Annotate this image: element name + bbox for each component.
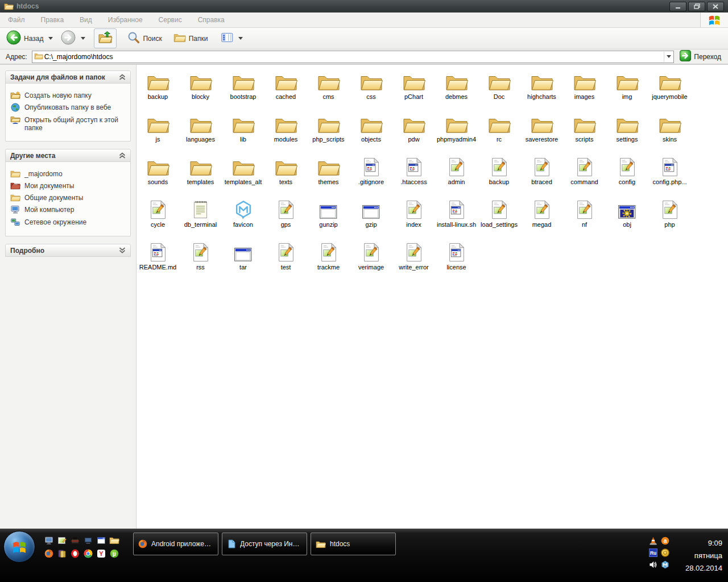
- file-item[interactable]: highcharts: [520, 66, 563, 109]
- file-item[interactable]: debmes: [435, 66, 478, 109]
- file-item[interactable]: rss: [179, 237, 222, 280]
- panel-header[interactable]: Задачи для файлов и папок: [6, 71, 130, 84]
- file-item[interactable]: verimage: [350, 237, 392, 280]
- file-item[interactable]: bootstrap: [222, 66, 264, 109]
- go-button[interactable]: Переход: [674, 50, 726, 63]
- ql-remote-desktop-icon[interactable]: [81, 534, 94, 547]
- file-item[interactable]: obj: [606, 194, 648, 237]
- file-item[interactable]: modules: [264, 109, 307, 152]
- file-item[interactable]: admin: [435, 152, 478, 194]
- close-button[interactable]: [707, 2, 724, 11]
- sidebar-item[interactable]: Открыть общий доступ к этой папке: [10, 116, 126, 132]
- file-item[interactable]: Doc: [478, 66, 520, 109]
- tray-gold-icon[interactable]: [659, 547, 671, 559]
- file-item[interactable]: php_scripts: [307, 109, 350, 152]
- file-item[interactable]: backup: [478, 152, 520, 194]
- file-item[interactable]: db_terminal: [179, 194, 222, 237]
- file-item[interactable]: saverestore: [520, 109, 563, 152]
- chevron-up-icon[interactable]: [119, 73, 126, 81]
- file-item[interactable]: css: [350, 66, 392, 109]
- file-item[interactable]: gps: [264, 194, 307, 237]
- file-item[interactable]: trackme: [307, 237, 350, 280]
- file-item[interactable]: blocky: [179, 66, 222, 109]
- panel-header[interactable]: Другие места: [6, 149, 130, 162]
- search-button[interactable]: Поиск: [125, 30, 164, 47]
- ql-window-icon[interactable]: [94, 534, 107, 547]
- ql-briefcase-icon[interactable]: [68, 534, 81, 547]
- file-item[interactable]: settings: [606, 109, 648, 152]
- start-button[interactable]: [3, 531, 35, 563]
- file-item[interactable]: megad: [520, 194, 563, 237]
- sidebar-item[interactable]: Сетевое окружение: [10, 218, 126, 227]
- file-item[interactable]: config: [606, 152, 648, 194]
- chevron-up-icon[interactable]: [119, 152, 126, 159]
- tray-majordomo-icon[interactable]: [659, 559, 671, 571]
- address-field[interactable]: [32, 51, 675, 63]
- up-button[interactable]: [94, 28, 117, 48]
- file-item[interactable]: sounds: [136, 152, 179, 194]
- file-item[interactable]: texts: [264, 152, 307, 194]
- file-item[interactable]: gunzip: [307, 194, 350, 237]
- file-item[interactable]: btraced: [520, 152, 563, 194]
- minimize-button[interactable]: [669, 2, 686, 11]
- file-item[interactable]: write_error: [392, 237, 435, 280]
- file-area[interactable]: backup blocky bootstrap cached cms css p…: [136, 65, 728, 529]
- taskbar-button[interactable]: Android приложение ...: [133, 533, 218, 555]
- file-item[interactable]: cycle: [136, 194, 179, 237]
- file-item[interactable]: languages: [179, 109, 222, 152]
- restore-button[interactable]: [688, 2, 705, 11]
- menu-item[interactable]: Сервис: [151, 13, 190, 27]
- forward-button[interactable]: [58, 28, 90, 48]
- tray-vlc-icon[interactable]: [647, 535, 659, 547]
- title-bar[interactable]: htdocs: [0, 0, 728, 13]
- file-item[interactable]: pChart: [392, 66, 435, 109]
- file-item[interactable]: cms: [307, 66, 350, 109]
- ql-folder-icon[interactable]: [107, 534, 121, 547]
- menu-item[interactable]: Правка: [33, 13, 72, 27]
- file-item[interactable]: skins: [648, 109, 691, 152]
- file-item[interactable]: favicon: [222, 194, 264, 237]
- file-item[interactable]: themes: [307, 152, 350, 194]
- menu-item[interactable]: Справка: [190, 13, 233, 27]
- back-dropdown-icon[interactable]: [48, 37, 53, 40]
- tray-lang-ru-icon[interactable]: Ru: [647, 547, 659, 559]
- tray-volume-icon[interactable]: [647, 559, 659, 571]
- file-item[interactable]: command: [563, 152, 606, 194]
- sidebar-item[interactable]: Мои документы: [10, 182, 126, 190]
- file-item[interactable]: scripts: [563, 109, 606, 152]
- ql-utorrent-icon[interactable]: µ: [107, 547, 121, 560]
- panel-header[interactable]: Подробно: [6, 244, 130, 256]
- file-item[interactable]: phpmyadmin4: [435, 109, 478, 152]
- file-item[interactable]: load_settings: [478, 194, 520, 237]
- file-item[interactable]: nf: [563, 194, 606, 237]
- file-item[interactable]: images: [563, 66, 606, 109]
- folders-button[interactable]: Папки: [171, 31, 211, 46]
- file-item[interactable]: jquerymobile: [648, 66, 691, 109]
- tray-avira-icon[interactable]: a: [659, 535, 671, 547]
- ql-opera-icon[interactable]: [68, 547, 81, 560]
- file-item[interactable]: README.md: [136, 237, 179, 280]
- sidebar-item[interactable]: Общие документы: [10, 194, 126, 202]
- views-button[interactable]: [218, 31, 248, 46]
- file-item[interactable]: install-linux.sh: [435, 194, 478, 237]
- taskbar-button[interactable]: Доступ через Интер...: [222, 533, 307, 555]
- file-item[interactable]: cached: [264, 66, 307, 109]
- file-item[interactable]: backup: [136, 66, 179, 109]
- menu-item[interactable]: Избранное: [100, 13, 151, 27]
- sidebar-item[interactable]: Мой компьютер: [10, 206, 126, 214]
- file-item[interactable]: .gitignore: [350, 152, 392, 194]
- file-item[interactable]: img: [606, 66, 648, 109]
- ql-chrome-icon[interactable]: [81, 547, 94, 560]
- back-button[interactable]: Назад: [3, 28, 58, 48]
- file-item[interactable]: tar: [222, 237, 264, 280]
- file-item[interactable]: index: [392, 194, 435, 237]
- sidebar-item[interactable]: Создать новую папку: [10, 92, 126, 99]
- file-item[interactable]: lib: [222, 109, 264, 152]
- file-item[interactable]: objects: [350, 109, 392, 152]
- file-item[interactable]: pdw: [392, 109, 435, 152]
- file-item[interactable]: rc: [478, 109, 520, 152]
- ql-firefox-icon[interactable]: [42, 547, 55, 560]
- address-input[interactable]: [43, 52, 664, 62]
- file-item[interactable]: config.php...: [648, 152, 691, 194]
- views-dropdown-icon[interactable]: [238, 37, 243, 40]
